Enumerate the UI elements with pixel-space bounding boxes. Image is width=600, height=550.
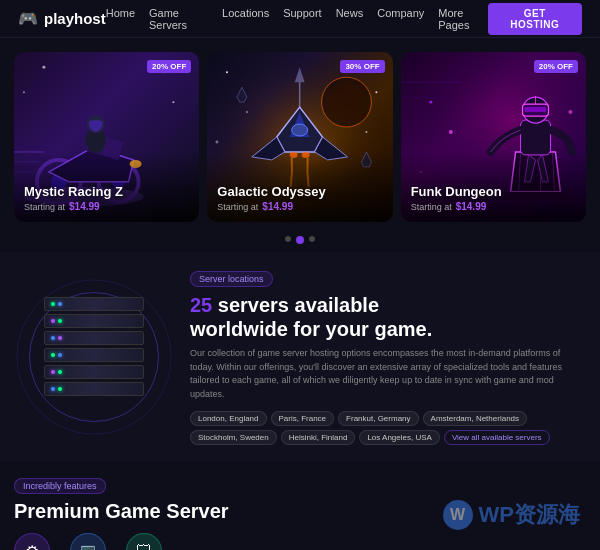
server-content: Server locations 25 servers available wo… [190, 268, 586, 445]
rack-unit-6 [44, 382, 144, 396]
rack-light-blue-1 [58, 302, 62, 306]
carousel-dots [0, 232, 600, 252]
rack-light-purple-3 [51, 370, 55, 374]
nav-news[interactable]: News [336, 7, 364, 31]
feature-item-2: 🛡 [126, 533, 162, 550]
svg-point-18 [376, 91, 378, 93]
svg-point-40 [448, 130, 452, 134]
wp-logo: W [443, 500, 473, 530]
dot-1[interactable] [285, 236, 291, 242]
game-card-3[interactable]: 20% OFF Funk Dungeon Starting at $14.99 [401, 52, 586, 222]
svg-point-24 [292, 124, 308, 136]
features-icons: ⚙ 💻 🛡 [14, 533, 586, 550]
card-title-2: Galactic Odyssey [217, 184, 382, 199]
rack-light-green-2 [58, 319, 62, 323]
rack-unit-3 [44, 331, 144, 345]
hero-section: 20% OFF Mystic Racing Z Starting at $14.… [0, 38, 600, 232]
nav-locations[interactable]: Locations [222, 7, 269, 31]
card-overlay-3: Funk Dungeon Starting at $14.99 [401, 152, 586, 222]
feature-item-0: ⚙ [14, 533, 50, 550]
svg-point-19 [246, 111, 248, 113]
rack-light-purple-2 [58, 336, 62, 340]
rack-unit-1 [44, 297, 144, 311]
card-overlay-2: Galactic Odyssey Starting at $14.99 [207, 152, 392, 222]
card-title-1: Mystic Racing Z [24, 184, 189, 199]
svg-rect-36 [524, 107, 546, 112]
rack-light-green-4 [58, 370, 62, 374]
rack-unit-4 [44, 348, 144, 362]
server-desc: Our collection of game server hosting op… [190, 347, 586, 401]
svg-point-41 [429, 101, 432, 104]
server-heading-line2: worldwide for your game. [190, 318, 432, 340]
server-heading-line1: servers available [218, 294, 379, 316]
chip-icon: 💻 [70, 533, 106, 550]
game-card-2[interactable]: 30% OFF Galactic Odyssey Starting at $14… [207, 52, 392, 222]
game-card-1[interactable]: 20% OFF Mystic Racing Z Starting at $14.… [14, 52, 199, 222]
starting-at-2: Starting at [217, 202, 258, 212]
logo[interactable]: 🎮 playhost [18, 9, 106, 28]
svg-point-42 [568, 110, 572, 114]
view-all-servers-link[interactable]: View all available servers [444, 430, 550, 445]
discount-badge-3: 20% OFF [534, 60, 578, 73]
discount-badge-1: 20% OFF [147, 60, 191, 73]
feature-item-1: 💻 [70, 533, 106, 550]
nav-game-servers[interactable]: Game Servers [149, 7, 208, 31]
location-tag-2[interactable]: Frankut, Germany [338, 411, 418, 426]
rack-light-blue-2 [51, 336, 55, 340]
server-visual [14, 287, 174, 427]
location-tag-1[interactable]: Paris, France [271, 411, 335, 426]
location-tag-6[interactable]: Los Angeles, USA [359, 430, 439, 445]
svg-point-20 [366, 131, 368, 133]
svg-point-21 [216, 140, 219, 143]
location-tag-0[interactable]: London, England [190, 411, 267, 426]
card-overlay-1: Mystic Racing Z Starting at $14.99 [14, 152, 199, 222]
logo-text: playhost [44, 10, 106, 27]
location-tag-3[interactable]: Amsterdam, Netherlands [423, 411, 527, 426]
card-price-row-2: Starting at $14.99 [217, 201, 382, 212]
rack-light-purple-1 [51, 319, 55, 323]
rack-unit-2 [44, 314, 144, 328]
card-price-row-1: Starting at $14.99 [24, 201, 189, 212]
card-price-row-3: Starting at $14.99 [411, 201, 576, 212]
wp-text: WP资源海 [479, 500, 580, 530]
rack-light-green-3 [51, 353, 55, 357]
nav-company[interactable]: Company [377, 7, 424, 31]
location-tags: London, England Paris, France Frankut, G… [190, 411, 586, 445]
dot-3[interactable] [309, 236, 315, 242]
discount-badge-2: 30% OFF [340, 60, 384, 73]
nav-home[interactable]: Home [106, 7, 135, 31]
svg-rect-33 [520, 120, 550, 155]
location-tag-5[interactable]: Helsinki, Finland [281, 430, 356, 445]
starting-at-3: Starting at [411, 202, 452, 212]
wp-watermark: W WP资源海 [443, 500, 580, 530]
navbar: 🎮 playhost Home Game Servers Locations S… [0, 0, 600, 38]
server-heading: 25 servers available worldwide for your … [190, 293, 586, 341]
rack-light-blue-4 [51, 387, 55, 391]
svg-point-13 [172, 101, 174, 103]
features-badge: Incredibly features [14, 478, 106, 494]
card-price-1: $14.99 [69, 201, 100, 212]
rack-light-green-5 [58, 387, 62, 391]
card-title-3: Funk Dungeon [411, 184, 576, 199]
svg-point-16 [226, 71, 228, 73]
nav-links: Home Game Servers Locations Support News… [106, 7, 488, 31]
get-hosting-button[interactable]: GET HOSTING [488, 3, 582, 35]
svg-point-14 [23, 91, 25, 93]
rack-unit-5 [44, 365, 144, 379]
svg-point-23 [327, 82, 367, 122]
settings-icon: ⚙ [14, 533, 50, 550]
nav-more-pages[interactable]: More Pages [438, 7, 487, 31]
dot-2[interactable] [296, 236, 304, 244]
svg-point-12 [42, 66, 45, 69]
shield-icon: 🛡 [126, 533, 162, 550]
logo-icon: 🎮 [18, 9, 38, 28]
server-count: 25 [190, 294, 212, 316]
starting-at-1: Starting at [24, 202, 65, 212]
rack-light-blue-3 [58, 353, 62, 357]
nav-support[interactable]: Support [283, 7, 322, 31]
server-section: Server locations 25 servers available wo… [0, 252, 600, 461]
rack-light-green-1 [51, 302, 55, 306]
location-tag-4[interactable]: Stockholm, Sweden [190, 430, 277, 445]
card-price-2: $14.99 [262, 201, 293, 212]
server-rack [44, 297, 144, 417]
